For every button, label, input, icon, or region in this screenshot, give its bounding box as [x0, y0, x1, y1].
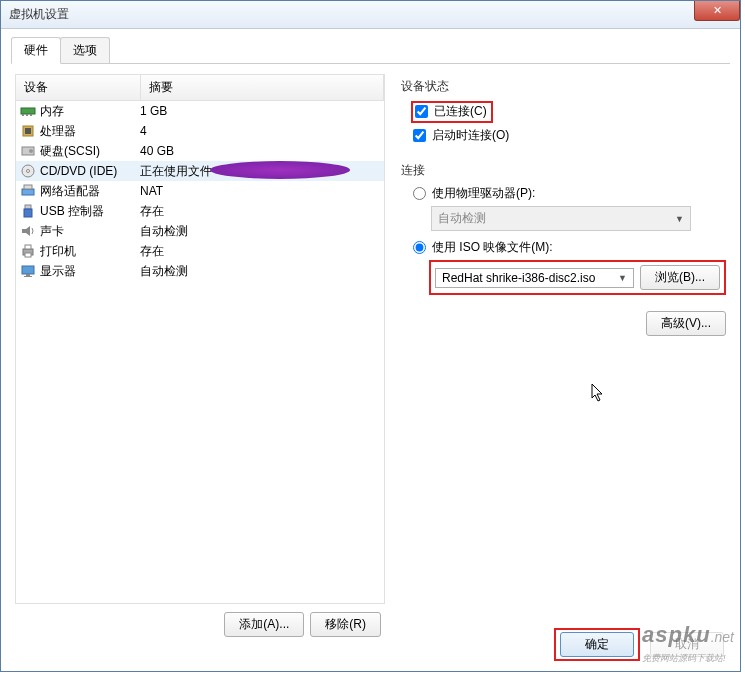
add-button[interactable]: 添加(A)... — [224, 612, 304, 637]
svg-rect-11 — [24, 185, 32, 189]
svg-point-7 — [29, 149, 33, 153]
iso-radio[interactable] — [413, 241, 426, 254]
device-name: 硬盘(SCSI) — [40, 143, 140, 160]
device-summary: 1 GB — [140, 104, 380, 118]
connected-label: 已连接(C) — [434, 103, 487, 120]
display-icon — [20, 263, 36, 279]
right-panel: 设备状态 已连接(C) 启动时连接(O) 连接 — [401, 74, 726, 637]
device-list: 设备 摘要 内存 1 GB 处理器 4 — [15, 74, 385, 604]
svg-point-9 — [27, 170, 30, 173]
chevron-down-icon[interactable]: ▼ — [618, 273, 627, 283]
cancel-area: 取消 — [650, 632, 724, 657]
svg-rect-5 — [25, 128, 31, 134]
redacted-blob — [210, 161, 350, 179]
device-summary: 存在 — [140, 203, 380, 220]
physical-radio[interactable] — [413, 187, 426, 200]
tab-options[interactable]: 选项 — [60, 37, 110, 63]
device-row-processor[interactable]: 处理器 4 — [16, 121, 384, 141]
advanced-button[interactable]: 高级(V)... — [646, 311, 726, 336]
svg-rect-10 — [22, 189, 34, 195]
connect-on-power-label: 启动时连接(O) — [432, 127, 509, 144]
device-name: 声卡 — [40, 223, 140, 240]
close-icon: ✕ — [713, 4, 722, 17]
ok-button[interactable]: 确定 — [560, 632, 634, 657]
physical-dropdown: 自动检测 ▼ — [431, 206, 691, 231]
cancel-button[interactable]: 取消 — [650, 632, 724, 657]
device-summary: 正在使用文件 — [140, 163, 380, 180]
device-name: 内存 — [40, 103, 140, 120]
device-row-printer[interactable]: 打印机 存在 — [16, 241, 384, 261]
list-body: 内存 1 GB 处理器 4 硬盘(SCSI) 40 GB — [16, 101, 384, 281]
content-area: 硬件 选项 设备 摘要 内存 1 GB — [1, 29, 740, 651]
header-device[interactable]: 设备 — [16, 75, 141, 100]
connected-highlight: 已连接(C) — [411, 101, 493, 123]
connect-on-power-checkbox[interactable] — [413, 129, 426, 142]
device-row-network[interactable]: 网络适配器 NAT — [16, 181, 384, 201]
device-summary: 存在 — [140, 243, 380, 260]
cd-icon — [20, 163, 36, 179]
device-row-cddvd[interactable]: CD/DVD (IDE) 正在使用文件 — [16, 161, 384, 181]
device-summary: 自动检测 — [140, 263, 380, 280]
processor-icon — [20, 123, 36, 139]
autodetect-label: 自动检测 — [438, 210, 486, 227]
remove-button[interactable]: 移除(R) — [310, 612, 381, 637]
window-title: 虚拟机设置 — [9, 6, 69, 23]
iso-value: RedHat shrike-i386-disc2.iso — [442, 271, 595, 285]
status-group: 设备状态 已连接(C) 启动时连接(O) — [401, 78, 726, 144]
iso-highlight: RedHat shrike-i386-disc2.iso ▼ 浏览(B)... — [429, 260, 726, 295]
tab-hardware[interactable]: 硬件 — [11, 37, 61, 64]
device-row-display[interactable]: 显示器 自动检测 — [16, 261, 384, 281]
svg-rect-16 — [25, 245, 31, 249]
device-summary: 自动检测 — [140, 223, 380, 240]
physical-label: 使用物理驱动器(P): — [432, 185, 535, 202]
svg-rect-13 — [24, 209, 32, 217]
connection-group-title: 连接 — [401, 162, 726, 179]
status-group-title: 设备状态 — [401, 78, 726, 95]
network-icon — [20, 183, 36, 199]
close-button[interactable]: ✕ — [694, 1, 740, 21]
ok-highlight: 确定 — [554, 628, 640, 661]
usb-icon — [20, 203, 36, 219]
device-name: 显示器 — [40, 263, 140, 280]
memory-icon — [20, 103, 36, 119]
device-row-usb[interactable]: USB 控制器 存在 — [16, 201, 384, 221]
device-name: 打印机 — [40, 243, 140, 260]
chevron-down-icon: ▼ — [675, 214, 684, 224]
svg-rect-0 — [21, 108, 35, 114]
connection-group: 连接 使用物理驱动器(P): 自动检测 ▼ 使用 ISO 映像文件(M): — [401, 162, 726, 336]
device-row-memory[interactable]: 内存 1 GB — [16, 101, 384, 121]
svg-rect-18 — [22, 266, 34, 274]
header-summary[interactable]: 摘要 — [141, 75, 384, 100]
advanced-row: 高级(V)... — [401, 311, 726, 336]
svg-marker-14 — [22, 226, 30, 236]
device-name: 网络适配器 — [40, 183, 140, 200]
left-button-row: 添加(A)... 移除(R) — [15, 612, 385, 637]
iso-label: 使用 ISO 映像文件(M): — [432, 239, 553, 256]
left-panel: 设备 摘要 内存 1 GB 处理器 4 — [15, 74, 385, 637]
settings-window: 虚拟机设置 ✕ 硬件 选项 设备 摘要 内存 — [0, 0, 741, 672]
titlebar[interactable]: 虚拟机设置 ✕ — [1, 1, 740, 29]
svg-rect-20 — [24, 276, 32, 277]
svg-rect-17 — [25, 253, 31, 257]
printer-icon — [20, 243, 36, 259]
footer-buttons: 确定 取消 — [554, 628, 724, 661]
browse-button[interactable]: 浏览(B)... — [640, 265, 720, 290]
svg-rect-19 — [26, 274, 30, 276]
tab-bar: 硬件 选项 — [11, 37, 730, 64]
device-summary: NAT — [140, 184, 380, 198]
main-panel: 设备 摘要 内存 1 GB 处理器 4 — [11, 68, 730, 643]
device-summary: 40 GB — [140, 144, 380, 158]
svg-rect-1 — [22, 114, 24, 116]
device-row-disk[interactable]: 硬盘(SCSI) 40 GB — [16, 141, 384, 161]
device-row-sound[interactable]: 声卡 自动检测 — [16, 221, 384, 241]
connected-checkbox[interactable] — [415, 105, 428, 118]
disk-icon — [20, 143, 36, 159]
device-name: CD/DVD (IDE) — [40, 164, 140, 178]
svg-rect-3 — [30, 114, 32, 116]
iso-dropdown[interactable]: RedHat shrike-i386-disc2.iso ▼ — [435, 268, 634, 288]
svg-rect-12 — [25, 205, 31, 209]
device-name: 处理器 — [40, 123, 140, 140]
sound-icon — [20, 223, 36, 239]
device-name: USB 控制器 — [40, 203, 140, 220]
device-summary: 4 — [140, 124, 380, 138]
